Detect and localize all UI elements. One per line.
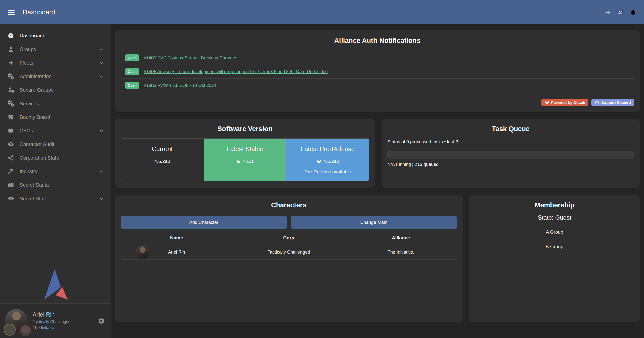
notification-row: Open #1405 Advisory: Future development … [121,65,634,78]
notification-link[interactable]: #1383 Python 3.8 EOL - 14 Oct 2024 [144,83,216,88]
user-lock-icon [8,87,14,93]
bell-icon[interactable] [630,9,636,16]
membership-state: State: Guest [475,214,634,221]
sidebar-menu: Dashboard Groups Fleets Administration S… [0,24,111,205]
task-queue-panel: Task Queue Status of 0 processed tasks •… [382,119,640,188]
gears-icon [8,73,14,80]
user-panel[interactable]: Ariel Rin Tactically Challenged The Init… [0,303,111,338]
alliance-logo-badge [20,325,31,336]
chevron-down-icon [99,128,104,133]
sidebar-item-secure-groups[interactable]: Secure Groups [0,83,111,97]
support-discord-badge[interactable]: Support Discord [591,99,634,106]
notifications-panel: Alliance Auth Notifications Open #1407 E… [115,30,640,112]
membership-title: Membership [475,201,634,209]
add-character-button[interactable]: Add Character [121,216,287,229]
sidebar-item-industry[interactable]: Industry [0,165,111,178]
sidebar-item-character-audit[interactable]: Character Audit [0,137,111,151]
shuffle-icon[interactable] [617,9,624,16]
group-list-item: B Group [477,239,632,254]
eye-icon [8,141,14,148]
plus-icon[interactable] [605,9,611,16]
alliance-auth-logo [0,268,111,300]
sidebar-item-services[interactable]: Services [0,97,111,110]
share-icon [8,155,14,161]
character-name: Ariel Rin [168,250,185,255]
user-icon [8,46,14,53]
gitlab-icon [545,100,549,105]
jet-icon [8,60,14,66]
status-badge: Open [125,54,139,61]
sidebar-item-secret-stuff[interactable]: Secret Stuff [0,192,111,205]
sidebar-item-ceos[interactable]: CEOs [0,124,111,137]
characters-panel: Characters Add Character Change Main Nam… [115,195,463,322]
software-prerelease-cell: Latest Pre-Release 4.6.2a0 Pre-Release a… [286,139,369,181]
chevron-down-icon [99,46,104,52]
characters-table: Name Corp Alliance Ariel Rin Tactically … [121,235,457,260]
notifications-title: Alliance Auth Notifications [121,37,634,45]
membership-groups-list: A Group B Group [475,225,634,254]
top-navbar: Dashboard [0,0,644,24]
sidebar-item-groups[interactable]: Groups [0,42,111,56]
discord-icon [595,100,599,105]
eye-icon [8,195,14,202]
software-version-table: Current 4.6.2a0 Latest Stable 4.6.1 Late… [121,138,369,181]
main-content: Alliance Auth Notifications Open #1407 E… [115,24,640,322]
sidebar-item-administration[interactable]: Administration [0,70,111,83]
software-stable-cell: Latest Stable 4.6.1 [204,139,286,181]
character-corp: Tactically Challenged [233,250,345,255]
character-portrait [136,245,150,259]
sidebar-item-corporation-stats[interactable]: Corporation Stats [0,151,111,165]
store-icon [8,114,14,120]
character-row: Ariel Rin Tactically Challenged The Init… [121,245,457,260]
notification-link[interactable]: #1405 Advisory: Future development will … [144,69,328,74]
character-alliance: The Initiative. [345,250,457,255]
gauge-icon [8,32,14,39]
software-version-panel: Software Version Current 4.6.2a0 Latest … [115,119,375,188]
group-list-item: A Group [477,225,632,239]
notification-row: Open #1407 EVE Equinox Status - Breaking… [121,51,634,65]
folder-icon [8,127,14,134]
sidebar-item-fleets[interactable]: Fleets [0,56,111,70]
alliance-auth-dashboard: Dashboard Dashboard Groups Fleets [0,0,644,338]
software-current-cell: Current 4.6.2a0 [121,139,204,181]
user-alliance: The Initiative. [33,326,70,330]
chevron-down-icon [99,196,104,201]
corp-logo-badge [4,324,16,336]
characters-title: Characters [121,201,457,209]
page-title: Dashboard [23,8,55,16]
sidebar: Dashboard Groups Fleets Administration S… [0,24,111,338]
chevron-down-icon [99,60,104,66]
sidebar-item-bounty-board[interactable]: Bounty Board [0,110,111,124]
change-main-button[interactable]: Change Main [291,216,457,229]
task-queue-title: Task Queue [387,125,634,133]
notification-row: Open #1383 Python 3.8 EOL - 14 Oct 2024 [121,78,634,92]
settings-gear-icon[interactable] [98,317,105,325]
task-queue-status: Status of 0 processed tasks • last ? [387,139,634,145]
task-queue-counts: N/A running | 213 queued [387,162,634,167]
notification-link[interactable]: #1407 EVE Equinox Status - Breaking Chan… [144,55,237,61]
status-badge: Open [125,82,139,89]
column-header-name: Name [121,235,233,245]
hammer-icon [8,168,14,175]
status-badge: Open [125,68,139,75]
powered-by-gitlab-badge[interactable]: Powered by GitLab [541,99,589,106]
gifts-icon [8,182,14,188]
user-name: Ariel Rin [33,311,70,318]
prerelease-note: Pre-Release available [286,169,369,175]
software-version-title: Software Version [121,125,369,133]
gitlab-icon [236,159,241,164]
task-queue-progress-bar [387,151,634,159]
gears-icon [8,100,14,107]
notifications-list: Open #1407 EVE Equinox Status - Breaking… [121,51,634,92]
user-corp: Tactically Challenged [33,320,70,324]
membership-panel: Membership State: Guest A Group B Group [469,195,640,322]
chevron-down-icon [99,74,104,79]
hamburger-menu-icon[interactable] [8,10,15,15]
sidebar-item-secret-santa[interactable]: Secret Santa [0,178,111,192]
gitlab-icon [316,159,321,164]
column-header-corp: Corp [233,235,345,245]
chevron-down-icon [99,169,104,174]
sidebar-item-dashboard[interactable]: Dashboard [0,29,111,42]
column-header-alliance: Alliance [345,235,457,245]
